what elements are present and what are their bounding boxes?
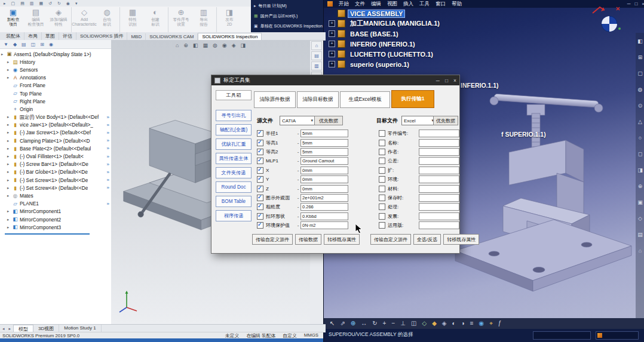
options-icon[interactable]: ▾ — [75, 1, 78, 5]
undo-icon[interactable]: ↺ — [48, 1, 52, 5]
property-value-field[interactable] — [419, 212, 459, 220]
expand-arrow-icon[interactable]: ▸ — [7, 115, 12, 119]
catia-tree-item[interactable]: 加工MANIGLIA (MANIGLIA.1) — [329, 19, 508, 29]
zoom-in-icon[interactable]: + — [383, 321, 387, 326]
rollback-bar[interactable] — [5, 233, 90, 235]
close-icon[interactable]: × — [453, 78, 456, 84]
side-tool-button[interactable]: 程序传递 — [216, 210, 252, 221]
property-value-field[interactable]: 0.Kbbd — [300, 212, 348, 220]
catia-3d-model[interactable] — [437, 72, 640, 304]
feature-tree-item[interactable]: ▸ ▱ Right Plane » — [6, 97, 111, 105]
expand-arrow-icon[interactable]: ▸ — [1, 52, 6, 57]
property-value-field[interactable]: 0.266 — [300, 203, 348, 211]
property-checkbox[interactable] — [379, 149, 385, 155]
next-tab-icon[interactable]: ▸ — [9, 326, 11, 331]
property-checkbox[interactable] — [257, 158, 263, 164]
open-icon[interactable]: ▤ — [20, 1, 24, 5]
expand-arrow-icon[interactable]: ▸ — [7, 225, 12, 230]
display-style-icon[interactable]: ◍ — [213, 42, 217, 48]
catia-menu-item[interactable]: 插入 — [403, 1, 413, 8]
property-checkbox[interactable] — [257, 149, 263, 155]
feature-tree-item[interactable]: ▸ ◧ MirrorComponent2 » — [6, 215, 111, 223]
world-icon[interactable]: ◉ — [479, 321, 484, 326]
hide-show-icon[interactable]: ◉ — [222, 42, 227, 48]
ribbon-button[interactable]: ⊕ 零件序号 设置 — [170, 7, 192, 33]
feature-tree-item[interactable]: ▸ ▮ vice Jaw<1> (Default<<Default>_ » — [6, 121, 111, 129]
ribbon-tab[interactable]: 布局 — [24, 32, 42, 40]
catia-menu-item[interactable]: 文件 — [355, 1, 365, 8]
restore-icon[interactable]: □ — [634, 1, 637, 7]
catia-tree-item[interactable]: INFERIO (INFERIO.1) — [329, 39, 508, 49]
property-checkbox[interactable] — [379, 176, 385, 183]
plane-icon[interactable]: ▢ — [637, 71, 643, 76]
fit-all-icon[interactable]: ⊕ — [351, 321, 355, 326]
property-value-field[interactable]: 5mm — [300, 139, 348, 147]
property-checkbox[interactable] — [257, 213, 263, 220]
measure-icon[interactable]: ⌖ — [489, 321, 493, 326]
catia-compass[interactable] — [587, 4, 625, 38]
graph-tree-icon[interactable]: ≡ — [470, 321, 474, 326]
measure-icon[interactable]: ▣ — [637, 200, 643, 205]
catia-tree-item[interactable]: BASE (BASE.1) — [329, 29, 508, 39]
multi-view-icon[interactable]: ◫ — [411, 321, 416, 326]
expand-icon[interactable] — [329, 30, 335, 37]
property-checkbox[interactable] — [379, 204, 385, 210]
dialog-top-button[interactable]: 清除目标数据 — [297, 91, 339, 108]
ribbon-tab[interactable]: SOLIDWORKS Inspection — [198, 33, 262, 40]
expand-arrow-icon[interactable]: ▸ — [7, 146, 12, 151]
dialog-top-button[interactable]: 执行传输1 — [391, 90, 434, 108]
hole-icon[interactable]: ○ — [639, 135, 642, 141]
property-value-field[interactable] — [419, 167, 459, 174]
feature-tree-item[interactable]: ▸ ▮ Base Plate<2> (Default<<Defaul » — [6, 144, 111, 152]
feature-tree-item[interactable]: ▸ ▮ (-) Screw Bar<1> (Default<<De » — [6, 161, 111, 168]
ribbon-button[interactable]: ◐ 创建 标识 — [144, 7, 168, 33]
property-checkbox[interactable] — [257, 222, 263, 229]
menu-item[interactable]: ▸ 每日最 计划(M) — [251, 3, 323, 9]
sketch-icon[interactable]: ◍ — [638, 87, 643, 93]
ribbon-button[interactable]: ▦ 特性 识别 — [121, 7, 144, 33]
file-explorer-icon[interactable]: ▥ — [311, 61, 322, 70]
zoom-area-icon[interactable]: ⊕ — [183, 42, 188, 48]
feature-tree-item[interactable]: ▸ ▮ (-) Jaw Screw<1> (Default<<Def » — [6, 129, 111, 137]
feature-tree-item[interactable]: ▸ ▮ (-) Set Screw<1> (Default<<De » — [6, 176, 111, 184]
property-checkbox[interactable] — [379, 195, 385, 201]
dialog-bottom-button[interactable]: 转移既存属性 — [443, 234, 479, 245]
iso-view-icon[interactable]: ◇ — [422, 321, 427, 326]
feature-tree-item[interactable]: ▸ + Origin » — [6, 105, 111, 113]
property-value-field[interactable] — [419, 194, 459, 202]
feature-tree-item[interactable]: ▸ ▮ (-) Oval Fillister<1> (Default< » — [6, 152, 111, 160]
property-checkbox[interactable] — [379, 186, 385, 192]
feature-tree-item[interactable]: ▸ ◧ MirrorComponent1 » — [6, 208, 111, 215]
resources-icon[interactable]: ⌂ — [311, 41, 322, 50]
rotate-icon[interactable]: ↻ — [372, 321, 377, 326]
expand-icon[interactable] — [329, 61, 335, 67]
constraint-icon[interactable]: ⊕ — [638, 184, 643, 189]
property-value-field[interactable]: 0mm — [300, 167, 348, 174]
property-checkbox[interactable] — [379, 130, 385, 137]
catia-menu-item[interactable]: 视图 — [387, 1, 397, 8]
ribbon-tab[interactable]: SOLIDWORKS 插件 — [76, 32, 127, 40]
property-value-field[interactable] — [419, 175, 459, 183]
property-checkbox[interactable] — [257, 130, 263, 137]
expand-arrow-icon[interactable]: ▸ — [7, 162, 12, 167]
rebuild-icon[interactable]: ◉ — [66, 1, 70, 5]
property-value-field[interactable]: 0mm — [300, 175, 348, 183]
feature-tree-item[interactable]: ▸ ▮ (-) Set Screw<4> (Default<<De » — [6, 184, 111, 192]
command-input-field[interactable] — [596, 331, 639, 340]
appearance-icon[interactable]: ◈ — [232, 42, 236, 48]
knowledge-icon[interactable]: ƒ — [498, 321, 502, 326]
select-icon[interactable]: ◧ — [637, 39, 643, 44]
dialog-top-button[interactable]: 清除源件数据 — [254, 91, 296, 108]
prev-tab-icon[interactable]: ◂ — [2, 326, 5, 331]
ribbon-tab[interactable]: SOLIDWORKS CAM — [146, 33, 198, 40]
catia-tree-item[interactable]: superio (superio.1) — [329, 59, 508, 69]
menu-item[interactable]: ▣ 单独在 SOLIDWORKS Inspection 项目 — [251, 23, 323, 29]
expand-arrow-icon[interactable]: ▸ — [7, 67, 12, 72]
dimxpert-manager-icon[interactable]: ⊞ — [40, 42, 44, 47]
ribbon-button[interactable]: ▥ 导出 报告 — [192, 7, 217, 33]
ribbon-button[interactable]: ▣ 新检查 项目 — [2, 7, 24, 33]
pad-icon[interactable]: ⊙ — [638, 103, 643, 109]
property-checkbox[interactable] — [379, 213, 385, 220]
menu-item[interactable]: ▦ 国外产品 以Excel(L) — [251, 13, 323, 19]
side-tool-button[interactable]: Round Doc — [216, 181, 252, 193]
